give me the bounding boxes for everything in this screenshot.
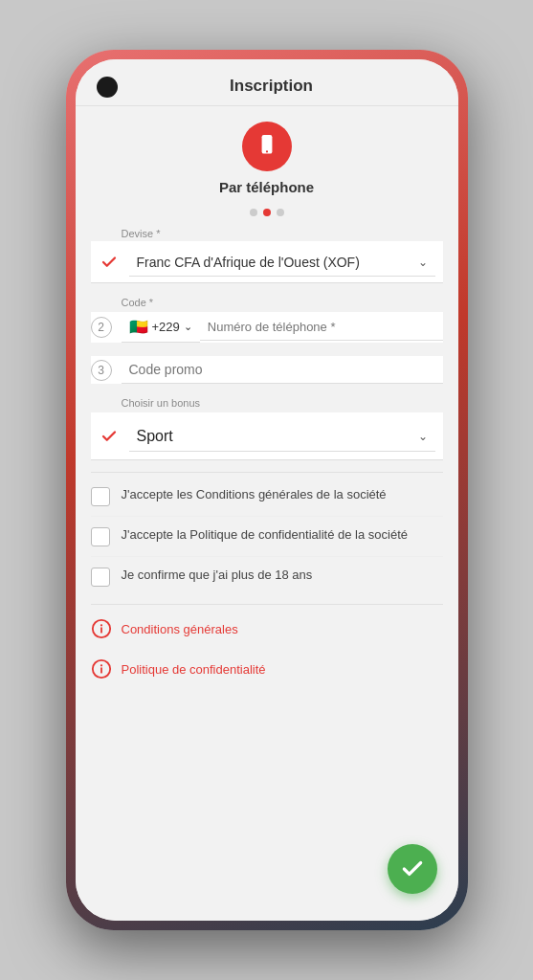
step-2-number: 2	[91, 317, 112, 338]
header-label: Par téléphone	[219, 179, 314, 195]
phone-frame: Inscription Par téléphone Devise *	[66, 50, 468, 930]
devise-value: Franc CFA d'Afrique de l'Ouest (XOF)	[137, 255, 418, 270]
submit-button[interactable]	[388, 844, 437, 894]
country-selector[interactable]: 🇧🇯 +229 ⌄	[122, 312, 200, 343]
checkbox-3[interactable]	[91, 568, 110, 587]
bonus-check-icon	[99, 426, 120, 447]
checkbox-row-2[interactable]: J'accepte la Politique de confidentialit…	[91, 517, 443, 557]
bonus-row[interactable]: Sport ⌄	[91, 412, 443, 460]
checkbox-3-text: Je confirme que j'ai plus de 18 ans	[122, 567, 313, 584]
checkbox-1[interactable]	[91, 487, 110, 506]
phone-input[interactable]	[200, 314, 443, 341]
phone-icon	[255, 134, 279, 159]
info-link-2-text[interactable]: Politique de confidentialité	[122, 662, 266, 677]
bonus-section: Choisir un bonus Sport ⌄	[91, 397, 443, 460]
phone-row: 2 🇧🇯 +229 ⌄	[91, 312, 443, 343]
info-link-row-1[interactable]: Conditions générales	[91, 609, 443, 649]
code-label: Code *	[91, 297, 443, 308]
phone-icon-circle	[242, 122, 292, 171]
checkbox-1-text: J'accepte les Conditions générales de la…	[122, 486, 387, 503]
fab-spacer	[91, 689, 443, 746]
submit-checkmark-icon	[400, 857, 425, 881]
checkbox-2-text: J'accepte la Politique de confidentialit…	[122, 526, 409, 544]
flag-emoji: 🇧🇯	[129, 318, 148, 336]
info-icon-1	[91, 618, 112, 639]
bonus-chevron: ⌄	[418, 430, 428, 443]
header-area: Par téléphone	[76, 106, 458, 203]
info-link-row-2[interactable]: Politique de confidentialité	[91, 649, 443, 689]
dot-1	[250, 209, 257, 216]
checkbox-row-1[interactable]: J'accepte les Conditions générales de la…	[91, 477, 443, 517]
info-link-1-text[interactable]: Conditions générales	[122, 622, 238, 636]
devise-check-icon	[99, 252, 120, 273]
camera	[97, 77, 118, 98]
divider-2	[91, 604, 443, 605]
bonus-label-text: Choisir un bonus	[122, 397, 201, 409]
country-chevron: ⌄	[184, 321, 192, 333]
bonus-select[interactable]: Sport ⌄	[129, 420, 435, 452]
devise-chevron: ⌄	[418, 256, 428, 269]
dot-2	[263, 209, 271, 216]
bonus-label: Choisir un bonus	[91, 397, 443, 409]
top-bar: Inscription	[76, 59, 458, 106]
devise-label: Devise *	[91, 228, 443, 239]
page-title: Inscription	[230, 77, 313, 95]
checkbox-2[interactable]	[91, 527, 110, 546]
svg-point-1	[265, 150, 267, 152]
devise-row[interactable]: Franc CFA d'Afrique de l'Ouest (XOF) ⌄	[91, 241, 443, 283]
step-2-text: 2	[98, 321, 104, 334]
promo-row: 3	[91, 356, 443, 384]
step-3-text: 3	[98, 364, 104, 377]
country-code: +229	[152, 320, 180, 334]
code-label-text: Code *	[122, 297, 154, 308]
step-3-number: 3	[91, 360, 112, 381]
checkbox-row-3[interactable]: Je confirme que j'ai plus de 18 ans	[91, 557, 443, 596]
form-content: Devise * Franc CFA d'Afrique de l'Ouest …	[76, 228, 458, 921]
devise-label-text: Devise *	[122, 228, 161, 239]
code-row: 🇧🇯 +229 ⌄	[122, 312, 443, 343]
divider-1	[91, 472, 443, 473]
progress-dots	[76, 203, 458, 228]
dot-3	[277, 209, 284, 216]
promo-input[interactable]	[122, 356, 443, 384]
bonus-value: Sport	[137, 428, 418, 445]
info-icon-2	[91, 658, 112, 679]
phone-screen: Inscription Par téléphone Devise *	[76, 59, 458, 921]
devise-select[interactable]: Franc CFA d'Afrique de l'Ouest (XOF) ⌄	[129, 247, 435, 277]
